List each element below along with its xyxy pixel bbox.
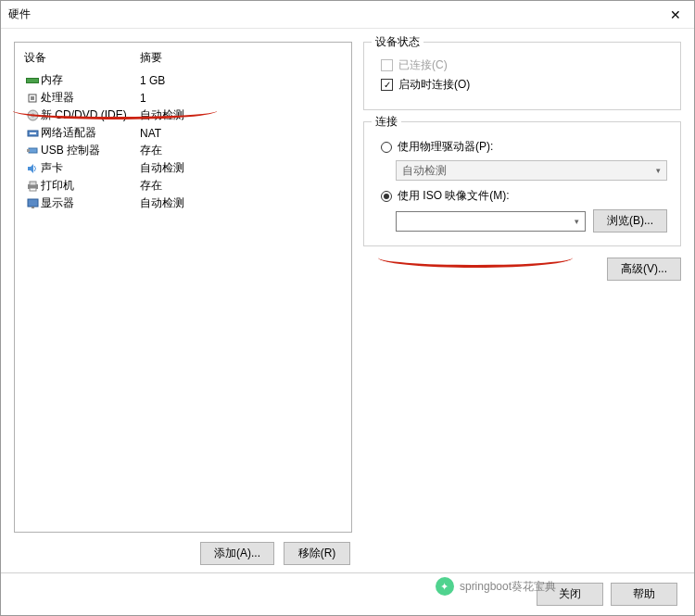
svg-rect-15 [32,207,34,208]
connect-on-label: 启动时连接(O) [398,77,470,93]
usb-icon [24,145,41,156]
hw-name: 新 CD/DVD (IDE) [41,107,140,123]
iso-path-combo[interactable]: ▾ [396,211,586,232]
hw-header: 设备 摘要 [15,46,351,71]
printer-icon [24,181,41,192]
connected-label: 已连接(C) [398,57,448,73]
hw-row-sound[interactable]: 声卡 自动检测 [15,159,351,177]
col-device: 设备 [24,50,140,66]
titlebar: 硬件 ✕ [1,1,694,29]
sound-icon [24,163,41,174]
hw-name: 显示器 [41,195,140,211]
close-icon[interactable]: ✕ [666,8,685,21]
remove-button[interactable]: 移除(R) [284,542,350,565]
svg-rect-13 [30,188,36,191]
left-panel: 设备 摘要 内存 1 GB 处理器 1 新 CD/DVD (IDE) 自动检测 [14,42,352,565]
physical-radio[interactable] [381,142,392,153]
hw-name: 打印机 [41,178,140,194]
right-panel: 设备状态 已连接(C) 启动时连接(O) 连接 使用物理驱动器(P): [363,42,681,565]
advanced-row: 高级(V)... [363,258,681,281]
watermark: ✦ springboot葵花宝典 [436,577,556,596]
display-icon [24,198,41,209]
hw-summary: 1 [140,92,342,105]
iso-radio-row[interactable]: 使用 ISO 映像文件(M): [381,188,667,204]
dialog-footer: 关闭 帮助 [1,572,694,615]
chevron-down-icon[interactable]: ▾ [575,217,579,226]
hw-name: 网络适配器 [41,125,140,141]
advanced-button[interactable]: 高级(V)... [607,258,681,281]
hw-name: 声卡 [41,160,140,176]
connection-group: 连接 使用物理驱动器(P): 自动检测 ▾ 使用 ISO 映像文件(M): [363,121,681,246]
svg-rect-12 [30,182,36,185]
iso-radio[interactable] [381,191,392,202]
physical-radio-row[interactable]: 使用物理驱动器(P): [381,139,667,155]
group-title-conn: 连接 [372,114,401,130]
hw-row-usb[interactable]: USB 控制器 存在 [15,142,351,159]
physical-label: 使用物理驱动器(P): [398,139,493,155]
physical-drive-combo: 自动检测 ▾ [396,160,667,181]
add-button[interactable]: 添加(A)... [200,542,274,565]
hw-summary: 自动检测 [140,160,342,176]
hw-summary: NAT [140,127,342,140]
hw-summary: 自动检测 [140,195,342,211]
net-icon [24,128,41,138]
hw-summary: 自动检测 [140,107,342,123]
cpu-icon [24,93,41,104]
hw-summary: 存在 [140,178,342,194]
svg-rect-9 [27,149,30,152]
connect-on-row[interactable]: 启动时连接(O) [381,77,667,93]
hw-name: 内存 [41,72,140,88]
left-buttons: 添加(A)... 移除(R) [14,533,352,565]
connect-on-checkbox[interactable] [381,79,393,91]
chevron-down-icon: ▾ [656,166,661,175]
connected-row: 已连接(C) [381,57,667,73]
connected-checkbox [381,59,393,71]
dialog-body: 设备 摘要 内存 1 GB 处理器 1 新 CD/DVD (IDE) 自动检测 [1,29,694,572]
browse-button[interactable]: 浏览(B)... [593,209,667,233]
wechat-icon: ✦ [436,577,454,596]
device-status-group: 设备状态 已连接(C) 启动时连接(O) [363,42,681,110]
hw-name: USB 控制器 [41,143,140,158]
hw-name: 处理器 [41,90,140,106]
col-summary: 摘要 [140,50,162,66]
hw-summary: 1 GB [140,74,342,87]
watermark-text: springboot葵花宝典 [460,579,556,595]
svg-rect-1 [27,79,38,82]
svg-point-5 [32,114,34,117]
hardware-list[interactable]: 设备 摘要 内存 1 GB 处理器 1 新 CD/DVD (IDE) 自动检测 [14,42,352,533]
help-button[interactable]: 帮助 [611,583,677,606]
cd-icon [24,109,41,121]
svg-rect-14 [28,199,38,207]
combo-value: 自动检测 [402,163,447,179]
svg-marker-10 [28,164,33,173]
hw-row-memory[interactable]: 内存 1 GB [15,71,351,89]
hw-row-cd[interactable]: 新 CD/DVD (IDE) 自动检测 [15,107,351,124]
svg-rect-8 [29,148,37,153]
dialog-title: 硬件 [8,6,31,22]
iso-label: 使用 ISO 映像文件(M): [398,188,510,204]
hw-summary: 存在 [140,143,342,158]
memory-icon [24,76,41,85]
svg-rect-7 [30,132,36,134]
hw-row-printer[interactable]: 打印机 存在 [15,177,351,195]
hw-row-net[interactable]: 网络适配器 NAT [15,124,351,142]
group-title-status: 设备状态 [372,34,423,50]
hardware-dialog: 硬件 ✕ 设备 摘要 内存 1 GB 处理器 1 [0,0,695,616]
hw-row-cpu[interactable]: 处理器 1 [15,89,351,107]
svg-rect-3 [31,96,34,100]
hw-row-display[interactable]: 显示器 自动检测 [15,195,351,212]
